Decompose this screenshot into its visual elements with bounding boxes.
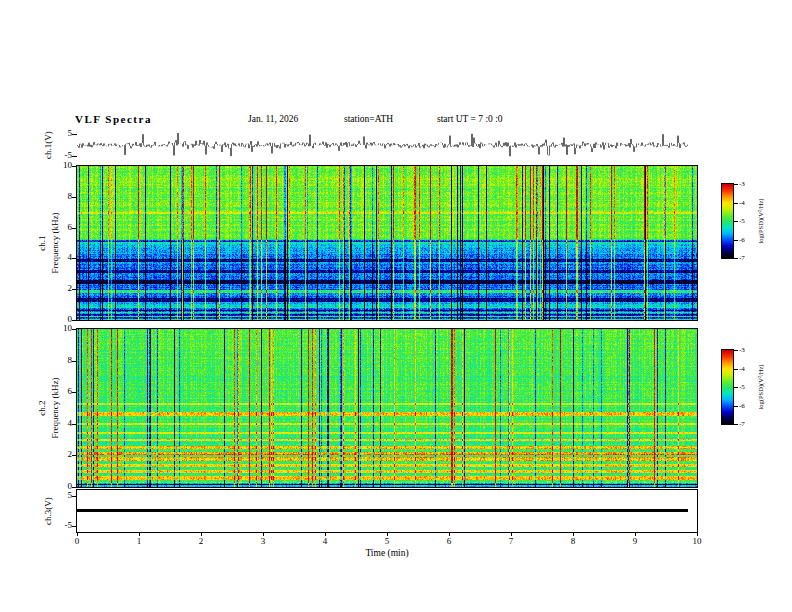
tick-mark	[72, 289, 77, 290]
ch1-waveform-canvas	[77, 129, 688, 161]
ch1-voltage-ylabel: ch.1(V)	[43, 131, 53, 159]
y-tick-label: 2	[54, 283, 72, 293]
spec1-frame	[76, 165, 698, 321]
spec1-channel-label: ch.1	[37, 235, 47, 250]
colorbar-tick-label: -4	[739, 365, 745, 373]
x-tick-label: 10	[693, 536, 702, 546]
colorbar-tick-label: -5	[739, 383, 745, 391]
tick-mark	[72, 258, 77, 259]
colorbar-tick-label: -4	[739, 199, 745, 207]
tick-mark	[72, 166, 77, 167]
y-tick-label: -5	[54, 150, 72, 160]
ch3-voltage-ylabel: ch.3(V)	[43, 497, 53, 525]
x-tick-label: 5	[385, 536, 390, 546]
spec2-channel-label: ch.2	[37, 400, 47, 415]
tick-mark	[734, 387, 738, 388]
tick-mark	[72, 526, 77, 527]
y-tick-label: 4	[54, 418, 72, 428]
tick-mark	[72, 329, 77, 330]
y-tick-label: 10	[54, 160, 72, 170]
tick-mark	[734, 258, 738, 259]
x-tick-label: 3	[261, 536, 266, 546]
header-start-ut: start UT = 7 :0 :0	[437, 114, 503, 124]
colorbar-tick-label: -3	[739, 346, 745, 354]
x-tick-label: 8	[571, 536, 576, 546]
tick-mark	[734, 184, 738, 185]
ch3-flat-trace	[77, 509, 688, 512]
y-tick-label: 8	[54, 191, 72, 201]
y-tick-label: 5	[54, 128, 72, 138]
tick-mark	[72, 228, 77, 229]
y-tick-label: 6	[54, 222, 72, 232]
colorbar-tick-label: -7	[739, 254, 745, 262]
y-tick-label: -5	[54, 520, 72, 530]
x-tick-label: 2	[199, 536, 204, 546]
ch1-spectrogram-canvas	[77, 166, 697, 320]
colorbar-tick-label: -3	[739, 180, 745, 188]
vlf-spectra-figure: VLF Spectra Jan. 11, 2026 station=ATH st…	[0, 0, 792, 612]
tick-mark	[734, 369, 738, 370]
figure-title: VLF Spectra	[75, 113, 152, 125]
tick-mark	[72, 424, 77, 425]
tick-mark	[72, 320, 77, 321]
tick-mark	[72, 134, 77, 135]
y-tick-label: 10	[54, 323, 72, 333]
x-tick-label: 1	[137, 536, 142, 546]
y-tick-label: 2	[54, 449, 72, 459]
x-tick-label: 7	[509, 536, 514, 546]
tick-mark	[734, 350, 738, 351]
colorbar1-canvas	[721, 183, 734, 259]
colorbar-tick-label: -7	[739, 420, 745, 428]
y-tick-label: 5	[54, 490, 72, 500]
x-tick-label: 6	[447, 536, 452, 546]
time-axis-label: Time (min)	[365, 548, 408, 558]
tick-mark	[72, 361, 77, 362]
y-tick-label: 6	[54, 386, 72, 396]
tick-mark	[72, 496, 77, 497]
tick-mark	[734, 240, 738, 241]
tick-mark	[72, 156, 77, 157]
colorbar2-canvas	[721, 349, 734, 425]
colorbar2-label: log(PSD)(V²/Hz)	[757, 365, 764, 410]
x-tick-label: 9	[633, 536, 638, 546]
tick-mark	[72, 487, 77, 488]
x-tick-label: 4	[323, 536, 328, 546]
y-tick-label: 4	[54, 252, 72, 262]
colorbar-tick-label: -6	[739, 236, 745, 244]
ch2-spectrogram-canvas	[77, 329, 697, 487]
header-date: Jan. 11, 2026	[248, 114, 298, 124]
spec2-frame	[76, 328, 698, 488]
header-station: station=ATH	[344, 114, 393, 124]
tick-mark	[734, 406, 738, 407]
tick-mark	[72, 197, 77, 198]
colorbar-tick-label: -5	[739, 217, 745, 225]
colorbar-tick-label: -6	[739, 402, 745, 410]
y-tick-label: 8	[54, 355, 72, 365]
tick-mark	[72, 392, 77, 393]
tick-mark	[734, 424, 738, 425]
colorbar1-label: log(PSD)(V²/Hz)	[757, 199, 764, 244]
tick-mark	[734, 203, 738, 204]
x-tick-label: 0	[75, 536, 80, 546]
tick-mark	[734, 221, 738, 222]
tick-mark	[72, 455, 77, 456]
